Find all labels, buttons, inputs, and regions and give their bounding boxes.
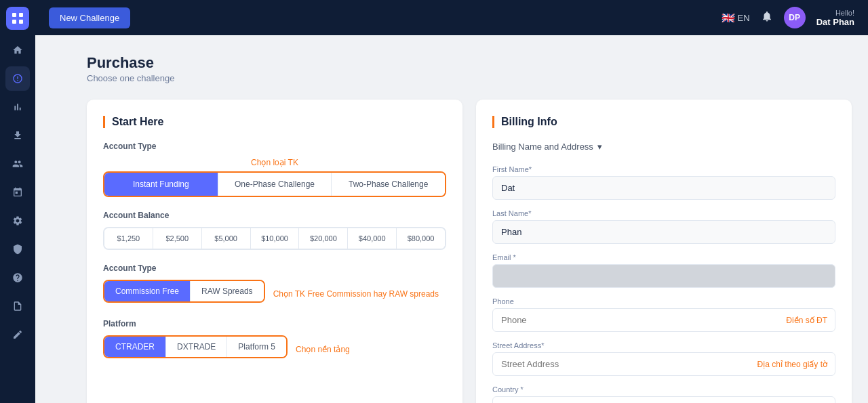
language-label: EN: [738, 13, 750, 23]
email-group: Email *: [492, 253, 835, 288]
content-grid: Start Here Account Type Chọn loại TK Ins…: [87, 100, 852, 403]
sidebar-item-home[interactable]: [5, 38, 30, 62]
sub-commission-free[interactable]: Commission Free: [104, 281, 191, 301]
sidebar-item-download[interactable]: [5, 123, 30, 148]
last-name-label: Last Name*: [492, 209, 835, 217]
country-label: Country *: [492, 385, 835, 394]
sub-raw-spreads[interactable]: RAW Spreads: [191, 281, 264, 301]
balance-10000[interactable]: $10,000: [251, 228, 300, 249]
sub-type-annotation: Chọn TK Free Commission hay RAW spreads: [273, 289, 439, 299]
sidebar-item-settings[interactable]: [5, 209, 30, 233]
balance-20000[interactable]: $20,000: [299, 228, 348, 249]
phone-label: Phone: [492, 297, 835, 305]
last-name-input[interactable]: [492, 220, 835, 244]
sidebar: [0, 0, 35, 403]
account-type-selector: Instant Funding One-Phase Challenge Two-…: [103, 171, 446, 197]
platform-dxtrade[interactable]: DXTRADE: [166, 337, 227, 357]
balance-80000[interactable]: $80,000: [397, 228, 445, 249]
balance-5000[interactable]: $5,000: [202, 228, 251, 249]
new-challenge-button[interactable]: New Challenge: [49, 7, 130, 28]
sub-type-selector: Commission Free RAW Spreads: [103, 280, 265, 303]
first-name-input[interactable]: [492, 176, 835, 200]
platform-5[interactable]: Platform 5: [227, 337, 286, 357]
page-title: Purchase: [87, 54, 852, 72]
sidebar-item-users[interactable]: [5, 152, 30, 176]
start-here-title: Start Here: [103, 116, 446, 128]
account-type-label: Account Type: [103, 142, 446, 151]
billing-dropdown-label: Billing Name and Address: [492, 142, 593, 152]
sidebar-item-help[interactable]: [5, 266, 30, 290]
sidebar-item-badge[interactable]: [5, 237, 30, 261]
type-instant-funding[interactable]: Instant Funding: [104, 173, 218, 196]
sub-type-row: Commission Free RAW Spreads Chọn TK Free…: [103, 280, 446, 308]
phone-group: Phone Điền số ĐT: [492, 297, 835, 332]
phone-input[interactable]: [492, 308, 835, 332]
last-name-group: Last Name*: [492, 209, 835, 244]
country-select[interactable]: 🇻🇳 Vietnam ▾: [492, 396, 835, 403]
page-header: Purchase Choose one challenge: [87, 54, 852, 83]
billing-title: Billing Info: [492, 116, 835, 128]
sidebar-item-chart[interactable]: [5, 95, 30, 119]
billing-dropdown[interactable]: Billing Name and Address ▾: [492, 142, 835, 152]
platform-ctrader[interactable]: CTRADER: [104, 337, 166, 357]
sidebar-item-doc[interactable]: [5, 294, 30, 318]
account-type-annotation: Chọn loại TK: [103, 158, 446, 167]
start-here-card: Start Here Account Type Chọn loại TK Ins…: [87, 100, 462, 403]
platform-selector: CTRADER DXTRADE Platform 5: [103, 335, 288, 358]
svg-rect-2: [12, 20, 16, 24]
phone-annotation: Điền số ĐT: [786, 316, 827, 325]
platform-label: Platform: [103, 319, 446, 328]
billing-dropdown-icon: ▾: [597, 142, 602, 152]
platform-annotation: Chọn nền tảng: [296, 345, 350, 354]
flag-icon: 🇬🇧: [722, 12, 735, 24]
top-navigation: New Challenge 🇬🇧 EN DP Hello! Dat Phan: [35, 0, 868, 35]
balance-1250[interactable]: $1,250: [104, 228, 153, 249]
address-group: Street Address* Địa chỉ theo giấy tờ: [492, 341, 835, 376]
type-two-phase[interactable]: Two-Phase Challenge: [332, 173, 445, 196]
account-sub-label: Account Type: [103, 263, 446, 273]
svg-rect-0: [12, 13, 16, 17]
country-group: Country * 🇻🇳 Vietnam ▾: [492, 385, 835, 403]
avatar: DP: [784, 7, 806, 28]
balance-selector: $1,250 $2,500 $5,000 $10,000 $20,000 $40…: [103, 227, 446, 250]
first-name-label: First Name*: [492, 165, 835, 173]
balance-2500[interactable]: $2,500: [153, 228, 202, 249]
language-selector[interactable]: 🇬🇧 EN: [722, 12, 750, 24]
svg-rect-3: [19, 20, 23, 24]
address-label: Street Address*: [492, 341, 835, 349]
notification-bell[interactable]: [761, 10, 773, 25]
sidebar-item-calendar[interactable]: [5, 180, 30, 205]
sidebar-item-activity[interactable]: [5, 66, 30, 91]
first-name-group: First Name*: [492, 165, 835, 200]
balance-label: Account Balance: [103, 211, 446, 220]
main-content: Purchase Choose one challenge Start Here…: [71, 35, 868, 403]
type-one-phase[interactable]: One-Phase Challenge: [218, 173, 332, 196]
balance-40000[interactable]: $40,000: [348, 228, 397, 249]
address-annotation: Địa chỉ theo giấy tờ: [757, 360, 827, 369]
billing-card: Billing Info Billing Name and Address ▾ …: [476, 100, 852, 403]
page-subtitle: Choose one challenge: [87, 73, 852, 83]
email-label: Email *: [492, 253, 835, 261]
sidebar-logo[interactable]: [6, 7, 29, 30]
user-info: Hello! Dat Phan: [816, 9, 854, 27]
platform-row: CTRADER DXTRADE Platform 5 Chọn nền tảng: [103, 335, 446, 364]
email-input[interactable]: [492, 264, 835, 288]
svg-rect-1: [19, 13, 23, 17]
sidebar-item-notes[interactable]: [5, 322, 30, 347]
